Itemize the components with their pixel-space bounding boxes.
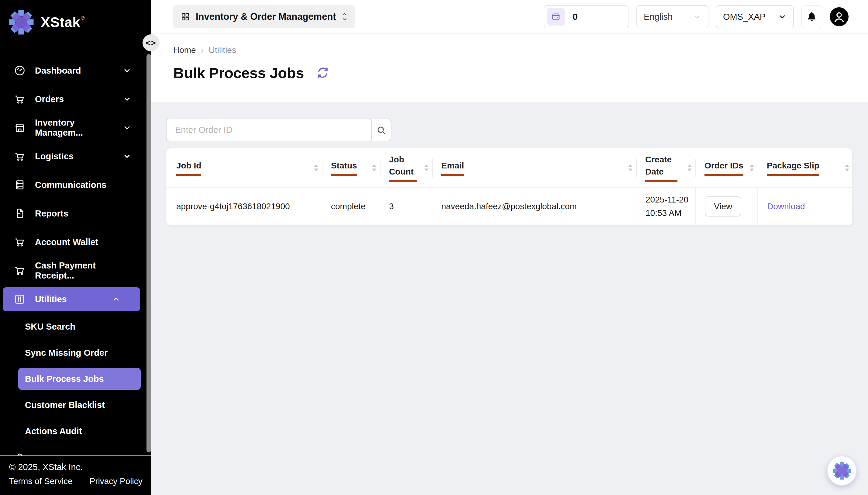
brand-name: XStak® (41, 14, 84, 30)
main-area: <> Inventory & Order Management 0 Englis… (151, 0, 868, 495)
sidebar-item-utilities[interactable]: Utilities (3, 287, 140, 311)
table-row: approve-g4toj1763618021900 complete 3 na… (166, 187, 852, 225)
sidebar-subitem-actions-audit[interactable]: Actions Audit (0, 418, 151, 444)
sidebar-item-account-wallet[interactable]: Account Wallet (0, 228, 151, 256)
language-select[interactable]: English (636, 5, 708, 28)
xstak-asterisk-icon (832, 461, 852, 480)
download-package-slip-link[interactable]: Download (767, 202, 805, 211)
person-icon (832, 10, 846, 24)
sidebar-footer: © 2025, XStak Inc. Terms of Service Priv… (0, 456, 151, 495)
sidebar-item-label: Logistics (35, 151, 73, 161)
chevron-down-icon (778, 13, 786, 21)
column-header-job-id: Job Id (166, 148, 322, 187)
cell-job-id: approve-g4toj1763618021900 (166, 187, 322, 225)
sidebar-collapse-toggle[interactable]: <> (143, 34, 160, 51)
sidebar-scrollbar-thumb[interactable] (146, 54, 151, 453)
registered-mark: ® (81, 16, 85, 21)
sidebar-subitem-customer-blacklist[interactable]: Customer Blacklist (0, 392, 151, 418)
up-down-chevrons-icon (342, 11, 348, 22)
sidebar-subitem-label: Sync Missing Order (25, 348, 108, 358)
sidebar-subitem-label: SKU Search (25, 322, 75, 332)
sidebar-item-label: Account Wallet (35, 237, 98, 247)
server-rows-icon (14, 179, 26, 191)
breadcrumb-separator: › (201, 45, 204, 55)
page-title: Bulk Process Jobs (173, 65, 304, 82)
chevron-down-icon (123, 123, 131, 132)
column-header-create-date: Create Date (636, 148, 695, 187)
person-icon (14, 451, 26, 456)
sidebar-item-reports[interactable]: Reports (0, 199, 151, 228)
wallet-count: 0 (572, 12, 578, 22)
brand-logo[interactable]: XStak® (0, 0, 151, 36)
sidebar-item-inventory-management[interactable]: Inventory Managem... (0, 114, 151, 142)
sort-control[interactable] (628, 164, 633, 171)
app-switcher-dropdown[interactable]: Inventory & Order Management (173, 5, 355, 28)
breadcrumb-home[interactable]: Home (173, 45, 196, 55)
sidebar-item-communications[interactable]: Communications (0, 171, 151, 199)
xstak-asterisk-icon (8, 9, 35, 36)
chevron-down-icon (123, 66, 131, 75)
chevron-down-icon (123, 152, 131, 161)
breadcrumb-current: Utilities (209, 45, 236, 55)
app-root: XStak® Dashboard Orders (0, 0, 868, 495)
cell-email: naveeda.hafeez@postexglobal.com (432, 187, 636, 225)
sidebar-item-dashboard[interactable]: Dashboard (0, 56, 151, 85)
privacy-policy-link[interactable]: Privacy Policy (90, 476, 143, 486)
order-id-input[interactable] (166, 119, 372, 141)
table-header-row: Job Id Status Job Count (166, 148, 852, 187)
bell-icon (806, 11, 817, 22)
sort-control[interactable] (314, 164, 318, 171)
wallet-icon (547, 8, 565, 25)
sort-control[interactable] (424, 164, 428, 171)
jobs-table-card: Job Id Status Job Count (166, 148, 852, 225)
column-header-status: Status (322, 148, 380, 187)
wallet-balance-widget[interactable]: 0 (544, 5, 629, 28)
cart-icon (14, 93, 26, 105)
sidebar-subitem-sku-search[interactable]: SKU Search (0, 313, 151, 340)
cell-package-slip: Download (758, 187, 852, 225)
sort-control[interactable] (845, 164, 849, 171)
chevron-down-icon (693, 13, 701, 21)
sidebar-subitem-sync-missing-order[interactable]: Sync Missing Order (0, 340, 151, 366)
cell-order-ids: View (695, 187, 758, 225)
user-avatar[interactable] (830, 7, 849, 26)
sidebar-nav: Dashboard Orders Inventory Managem... (0, 56, 151, 456)
sidebar-item-label: Orders (35, 94, 64, 104)
column-header-order-ids: Order IDs (695, 148, 758, 187)
notifications-button[interactable] (801, 5, 822, 28)
language-selected-value: English (644, 12, 673, 22)
sidebar-subitem-label: Bulk Process Jobs (25, 374, 104, 384)
cart-icon (14, 236, 26, 248)
column-header-email: Email (432, 148, 636, 187)
sort-control[interactable] (372, 164, 376, 171)
workspace-selected-value: OMS_XAP (723, 12, 766, 22)
chevron-up-icon (111, 295, 121, 304)
content-area: Job Id Status Job Count (151, 102, 868, 495)
sidebar-item-cash-payment-receipt[interactable]: Cash Payment Receipt... (0, 256, 151, 285)
view-order-ids-button[interactable]: View (705, 197, 741, 217)
sidebar-subitem-bulk-process-jobs[interactable]: Bulk Process Jobs (18, 368, 141, 390)
jobs-table: Job Id Status Job Count (166, 148, 852, 225)
sidebar-item-label: Dashboard (35, 66, 81, 76)
app-switcher-label: Inventory & Order Management (196, 11, 336, 22)
terms-of-service-link[interactable]: Terms of Service (9, 476, 73, 486)
sidebar-item-label: Reports (35, 209, 68, 219)
document-icon (14, 207, 26, 220)
sidebar-item-orders[interactable]: Orders (0, 85, 151, 114)
column-header-job-count: Job Count (380, 148, 432, 187)
sort-control[interactable] (750, 164, 754, 171)
workspace-select[interactable]: OMS_XAP (716, 5, 794, 28)
sidebar-subitem-label: Actions Audit (25, 426, 82, 436)
sidebar-item-label: Utilities (35, 294, 67, 304)
dashboard-icon (14, 65, 26, 76)
sidebar: XStak® Dashboard Orders (0, 0, 151, 495)
cell-status: complete (322, 187, 380, 225)
xstak-floating-button[interactable] (827, 456, 857, 485)
sidebar-item-logistics[interactable]: Logistics (0, 142, 151, 171)
sort-control[interactable] (688, 164, 692, 171)
sidebar-item-label: Communications (35, 180, 106, 190)
chevron-down-icon (123, 95, 131, 104)
sidebar-item-partially-hidden[interactable] (0, 444, 151, 456)
refresh-button[interactable] (316, 66, 330, 80)
store-icon (14, 122, 26, 134)
